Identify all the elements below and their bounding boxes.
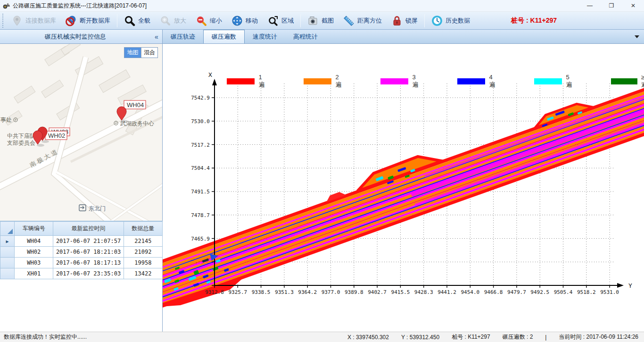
disconnect-database-button[interactable]: 断开数据库 [61,13,115,29]
screenshot-button[interactable]: 截图 [303,13,339,29]
pan-icon [231,15,243,26]
table-row[interactable]: XH01 2017-06-07 23:35:03 13422 [0,268,163,279]
status-current-time: 当前时间 : 2017-06-09 11:24:26 [559,333,638,341]
marker-label-text-wh04: WH04 [127,101,144,108]
toolbar-separator [300,14,301,27]
region-button[interactable]: 区域 [263,13,298,29]
legend-item: 3遍 [380,74,421,89]
legend-item: 2遍 [304,74,344,89]
cell-vehicle-id: WH03 [15,258,53,268]
status-bar: 数据库连接成功！实时监控中...... X : 3397450.302 Y : … [0,332,644,342]
tab-label: 碾压遍数 [212,33,236,41]
map-type-switch: 地图 混合 [124,47,158,58]
chart-tabbar: 碾压轨迹 碾压遍数 速度统计 高程统计 [163,30,644,44]
legend-label: 3遍 [412,74,421,89]
x-tick-label: 9492.5 [530,289,549,295]
legend-label: 2遍 [335,74,344,89]
cell-total: 19958 [124,258,162,268]
legend-swatch [457,78,485,84]
toolbar-button-label: 历史数据 [446,17,470,25]
table-row[interactable]: WH02 2017-06-07 18:21:03 21092 [0,247,163,258]
tab-label: 速度统计 [253,33,277,41]
roller-app-icon [3,2,10,9]
zoom-out-button[interactable]: 缩小 [191,13,227,29]
toolbar-separator [424,14,425,27]
poi-committee-line2: 支部委员会 [7,140,35,146]
toolbar-button-label: 区域 [281,17,294,25]
status-divider: | [545,334,546,341]
poi-office-label: 事处 [0,117,12,123]
legend-label: 4遍 [489,74,498,89]
col-total[interactable]: 数据总量 [124,222,162,236]
y-tick-label: 7517.2 [191,142,210,148]
toolbar-button-label: 截图 [322,17,334,25]
table-row[interactable]: ▶ WH04 2017-06-07 21:07:57 22145 [0,236,163,247]
connect-database-button: 连接数据库 [7,13,61,29]
cell-last-time: 2017-06-07 18:21:03 [53,247,124,258]
toolbar-items: 连接数据库 断开数据库 全貌 放大 缩小 移动 区域 截图 距离方位 锁屏 历史… [7,12,475,29]
table-row[interactable]: WH03 2017-06-07 18:17:13 19958 [0,258,163,268]
overview-icon [124,15,135,26]
close-button[interactable]: ✕ [622,0,644,11]
x-tick-label: 9389.8 [345,289,363,295]
y-tick-label: 7530.0 [191,118,210,125]
x-tick-label: 9505.4 [554,289,573,295]
col-vehicle-id[interactable]: 车辆编号 [15,222,53,236]
chart-tabs: 碾压轨迹 碾压遍数 速度统计 高程统计 [163,30,326,43]
zoom-out-icon [196,15,207,26]
tab-pass-count[interactable]: 碾压遍数 [203,30,245,43]
legend-item: 4遍 [457,74,498,89]
legend-swatch [611,78,637,84]
cell-total: 13422 [124,268,162,279]
tab-label: 碾压轨迹 [171,33,195,41]
x-tick-label: 9466.8 [484,289,503,295]
lock-screen-button[interactable]: 锁屏 [387,13,422,29]
chart-legend: 1遍 2遍 3遍 4遍 5遍 ≥6遍 [227,74,644,89]
hybrid-view-button[interactable]: 混合 [141,48,157,58]
cell-last-time: 2017-06-07 23:35:03 [53,268,124,279]
x-tick-label: 9351.3 [275,289,294,295]
row-selector-arrow: ▶ [6,239,9,244]
zoom-in-icon [160,15,171,26]
second-row: 碾压机械实时监控信息 « 碾压轨迹 碾压遍数 速度统计 高程统计 [0,30,644,44]
sidebar-collapse-button[interactable]: « [151,33,162,41]
tabs-overflow-button[interactable] [630,30,644,43]
poi-committee-line1: 中共下庙队 [7,133,35,139]
x-tick-label: 9518.2 [577,289,596,295]
history-data-button[interactable]: 历史数据 [427,13,475,29]
y-tick-label: 7491.5 [191,189,210,195]
toolbar-button-label: 移动 [246,17,258,25]
pan-button[interactable]: 移动 [227,13,263,29]
y-axis-arrow [212,79,217,85]
chevron-down-icon [635,35,639,39]
cell-total: 22145 [124,236,162,247]
map-view[interactable]: 事处 中共下庙队 支部委员会 武湖政务中心 南极大道 东北门 [0,44,162,221]
restore-button[interactable]: ❐ [601,0,622,11]
select-all-cell[interactable] [0,222,15,236]
zoom-in-button: 放大 [155,13,191,29]
legend-label: 5遍 [566,74,575,89]
screenshot-icon [307,15,319,26]
content-row: 事处 中共下庙队 支部委员会 武湖政务中心 南极大道 东北门 [0,44,644,332]
status-pass-count: 碾压遍数 : 2 [503,333,533,341]
pass-count-chart-panel[interactable]: 1遍 2遍 3遍 4遍 5遍 ≥6遍 7542.97530.07517.2750… [163,44,644,332]
distance-bearing-button[interactable]: 距离方位 [339,13,387,29]
tab-speed-stats[interactable]: 速度统计 [245,30,285,43]
y-tick-label: 7504.4 [191,165,210,171]
tab-elevation-stats[interactable]: 高程统计 [285,30,326,43]
gate-label: 东北门 [89,205,106,212]
tab-rolling-track[interactable]: 碾压轨迹 [163,30,203,43]
minimize-button[interactable]: — [579,0,601,11]
overview-button[interactable]: 全貌 [119,13,155,29]
toolbar-button-label: 全貌 [138,17,150,25]
legend-swatch [380,78,408,84]
vehicle-table: 车辆编号 最新监控时间 数据总量 ▶ WH04 2017-06-07 21:07… [0,221,162,279]
x-tick-label: 9312.8 [205,289,224,295]
toolbar-button-label: 断开数据库 [80,17,110,25]
legend-swatch [534,78,562,84]
legend-label: 1遍 [258,74,267,89]
region-icon [267,15,279,26]
map-view-button[interactable]: 地图 [124,48,141,58]
status-readouts: X : 3397450.302 Y : 539312.450 桩号 : K11+… [347,333,640,341]
col-last-time[interactable]: 最新监控时间 [53,222,124,236]
